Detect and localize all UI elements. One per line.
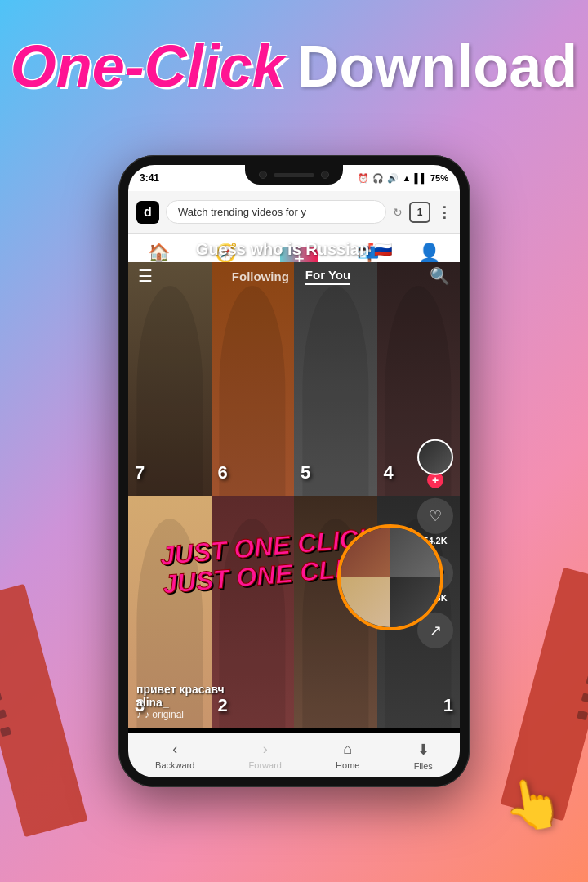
browser-home-icon: ⌂ — [343, 741, 352, 758]
hand-pointer: 👆 — [497, 770, 568, 838]
video-thumbnail-circle[interactable] — [337, 524, 443, 630]
music-text: ♪ ♪ original — [136, 709, 225, 720]
video-cell-3: 5 — [294, 262, 377, 496]
headphones-icon: 🎧 — [372, 173, 384, 184]
forward-label: Forward — [249, 760, 282, 770]
film-holes-right — [577, 589, 588, 721]
film-hole — [577, 710, 588, 720]
status-left: 3:41 — [140, 172, 159, 184]
thumb-cell-4 — [390, 577, 440, 627]
thumbnail-ring — [337, 524, 443, 630]
tab-for-you[interactable]: For You — [305, 268, 350, 285]
film-hole — [581, 693, 588, 703]
thumb-cell-3 — [341, 577, 390, 627]
browser-nav-backward[interactable]: ‹ Backward — [155, 741, 194, 770]
browser-menu-icon[interactable]: ⋮ — [437, 203, 452, 221]
username-text: alina_ — [136, 696, 225, 709]
number-4: 4 — [384, 462, 394, 483]
camera-dot — [259, 171, 267, 179]
video-cell-2: 6 — [212, 262, 295, 496]
backward-label: Backward — [155, 760, 194, 770]
title-one-click: One-Click — [11, 33, 285, 99]
tiktok-content: 7 6 5 4 3 — [128, 234, 460, 728]
hamburger-icon[interactable]: ☰ — [138, 266, 153, 286]
number-1: 1 — [443, 695, 453, 716]
files-icon: ⬇ — [417, 741, 430, 759]
title-area: One-Click Download — [0, 33, 588, 100]
search-icon[interactable]: 🔍 — [430, 266, 450, 286]
tiktok-nav-overlay: ☰ Following For You 🔍 — [128, 234, 460, 291]
number-6: 6 — [218, 462, 228, 483]
caption-text: привет красавч — [136, 683, 225, 696]
alarm-icon: ⏰ — [358, 173, 369, 184]
phone-screen: 3:41 ⏰ 🎧 🔊 ▲ ▌▌ 75% d Watch trending vid… — [128, 165, 460, 777]
tab-following[interactable]: Following — [232, 270, 289, 283]
files-label: Files — [414, 761, 433, 771]
volume-icon: 🔊 — [387, 173, 399, 184]
signal-icon: ▌▌ — [414, 173, 427, 183]
film-holes-left — [0, 605, 11, 737]
browser-bar[interactable]: d Watch trending videos for y ↻ 1 ⋮ — [128, 191, 460, 234]
browser-bottom-nav: ‹ Backward › Forward ⌂ Home ⬇ Files — [128, 733, 460, 777]
backward-icon: ‹ — [172, 741, 177, 758]
thumb-cell-1 — [341, 528, 390, 577]
phone: 3:41 ⏰ 🎧 🔊 ▲ ▌▌ 75% d Watch trending vid… — [118, 155, 470, 787]
battery-text: 75% — [430, 173, 448, 183]
tiktok-favicon-letter: d — [144, 205, 152, 220]
wifi-icon: ▲ — [402, 173, 411, 183]
music-note-icon: ♪ — [136, 709, 141, 720]
video-grid: 7 6 5 4 3 — [128, 262, 460, 728]
browser-home-label: Home — [336, 760, 359, 770]
music-label: ♪ original — [145, 709, 184, 720]
phone-wrapper: 3:41 ⏰ 🎧 🔊 ▲ ▌▌ 75% d Watch trending vid… — [118, 155, 470, 787]
tab-count[interactable]: 1 — [409, 202, 430, 223]
number-7: 7 — [135, 462, 145, 483]
thumb-cell-2 — [390, 528, 440, 577]
creator-avatar[interactable] — [417, 439, 453, 475]
browser-nav-forward[interactable]: › Forward — [249, 741, 282, 770]
status-right: ⏰ 🎧 🔊 ▲ ▌▌ 75% — [358, 173, 448, 184]
bottom-caption: привет красавч alina_ ♪ ♪ original — [136, 683, 225, 720]
speaker-bar — [274, 173, 314, 177]
phone-notch — [245, 165, 343, 185]
film-hole — [0, 726, 11, 737]
tiktok-favicon: d — [136, 201, 159, 224]
film-strip-left — [0, 584, 87, 837]
film-hole — [0, 692, 2, 702]
video-cell-1: 7 — [128, 262, 212, 496]
browser-nav-home[interactable]: ⌂ Home — [336, 741, 359, 770]
url-bar[interactable]: Watch trending videos for y — [166, 200, 386, 224]
camera-dot — [321, 171, 329, 179]
browser-nav-files[interactable]: ⬇ Files — [414, 741, 433, 771]
number-5: 5 — [301, 462, 310, 483]
nav-tabs: Following For You — [232, 268, 350, 285]
forward-icon: › — [263, 741, 268, 758]
reload-icon[interactable]: ↻ — [393, 206, 403, 219]
film-hole — [0, 709, 7, 719]
status-time: 3:41 — [140, 172, 159, 184]
title-download: Download — [296, 33, 577, 99]
